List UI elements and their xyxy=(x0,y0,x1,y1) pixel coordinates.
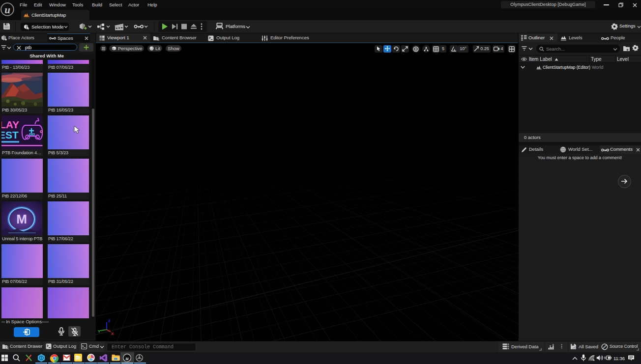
svg-text:u: u xyxy=(4,4,10,16)
svg-text:Z: Z xyxy=(108,319,111,323)
svg-text:M: M xyxy=(16,212,27,226)
svg-text:X: X xyxy=(111,332,114,336)
svg-text:u: u xyxy=(125,355,128,361)
svg-text:9: 9 xyxy=(604,356,606,360)
svg-text:EST: EST xyxy=(1,129,19,140)
svg-text:Y: Y xyxy=(98,329,101,334)
svg-text:LAY: LAY xyxy=(1,119,19,130)
